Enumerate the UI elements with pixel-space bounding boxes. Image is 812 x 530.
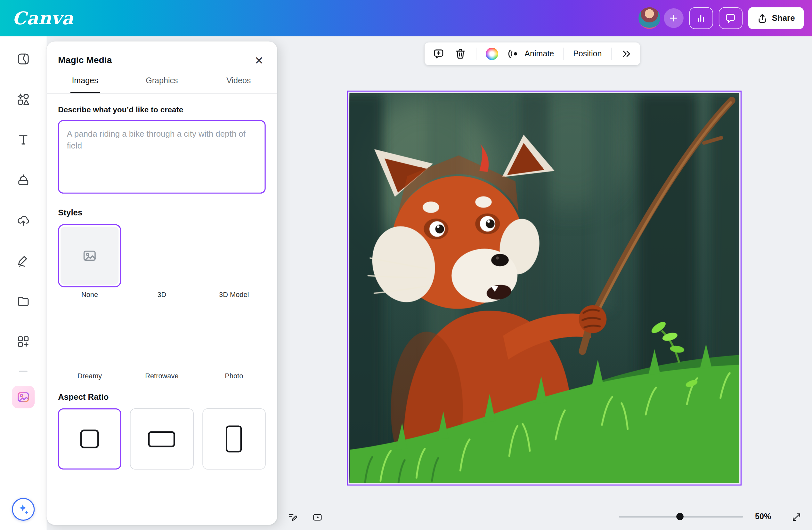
close-icon: ✕ xyxy=(255,55,263,66)
style-thumb-frame xyxy=(130,224,193,287)
tab-graphics[interactable]: Graphics xyxy=(123,75,200,93)
elements-icon xyxy=(17,92,30,106)
style-option-none[interactable]: None xyxy=(58,224,121,299)
color-wheel-icon xyxy=(486,48,498,60)
sidebar-item-elements[interactable] xyxy=(11,87,36,112)
red-panda-illustration xyxy=(350,93,739,483)
sidebar-rail xyxy=(0,36,47,530)
style-thumb-frame xyxy=(202,224,266,287)
close-panel-button[interactable]: ✕ xyxy=(252,54,265,67)
text-icon xyxy=(17,133,30,147)
apps-icon xyxy=(17,335,30,348)
sidebar-item-apps[interactable] xyxy=(11,329,36,354)
toolbar-divider xyxy=(563,48,564,60)
present-icon xyxy=(312,510,322,524)
style-option-3d[interactable]: 3D xyxy=(130,224,193,299)
style-thumb-frame xyxy=(202,305,266,368)
aspect-option-landscape[interactable] xyxy=(130,408,193,470)
style-option-photo[interactable]: Photo xyxy=(202,305,266,380)
delete-icon xyxy=(454,48,466,60)
panel-title: Magic Media xyxy=(58,55,112,65)
projects-icon xyxy=(17,294,30,308)
speech-bubble-icon xyxy=(725,12,737,24)
fullscreen-button[interactable] xyxy=(788,509,805,526)
rail-divider xyxy=(19,371,28,372)
notes-button[interactable] xyxy=(284,509,301,526)
sidebar-item-magic-media[interactable] xyxy=(12,385,34,408)
top-bar: Canva + Share xyxy=(0,0,812,36)
share-label: Share xyxy=(772,13,795,23)
canva-assistant-button[interactable] xyxy=(12,498,34,521)
styles-grid: None 3D 3D Model xyxy=(58,224,266,380)
add-comment-button[interactable] xyxy=(429,44,448,63)
tab-videos[interactable]: Videos xyxy=(200,75,277,93)
plus-icon: + xyxy=(669,9,678,27)
panel-header: Magic Media ✕ xyxy=(47,41,277,75)
prompt-input[interactable] xyxy=(58,120,266,194)
zoom-slider-knob[interactable] xyxy=(676,513,684,520)
selected-image-frame[interactable] xyxy=(347,91,742,486)
bar-chart-icon xyxy=(695,12,707,24)
aspect-option-portrait[interactable] xyxy=(202,408,266,470)
uploads-icon xyxy=(17,214,30,227)
style-option-retrowave[interactable]: Retrowave xyxy=(130,305,193,380)
styles-label: Styles xyxy=(58,208,266,217)
present-button[interactable] xyxy=(309,509,326,526)
style-thumb-frame xyxy=(58,305,121,368)
sparkle-icon xyxy=(17,502,30,516)
media-type-tabs: Images Graphics Videos xyxy=(47,75,277,94)
none-style-thumb xyxy=(60,226,119,284)
toolbar-divider xyxy=(476,48,476,60)
design-icon xyxy=(17,52,30,65)
more-chevrons-icon xyxy=(621,48,633,60)
sidebar-item-draw[interactable] xyxy=(11,248,36,273)
generated-image-red-panda xyxy=(350,93,739,483)
comments-button[interactable] xyxy=(719,8,742,29)
brand-icon xyxy=(17,174,30,187)
canva-logo[interactable]: Canva xyxy=(13,8,74,29)
style-thumb-frame xyxy=(58,224,121,287)
position-label: Position xyxy=(573,49,601,59)
style-thumb-frame xyxy=(130,305,193,368)
animate-motion-icon xyxy=(508,48,520,60)
sidebar-item-brand[interactable] xyxy=(11,168,36,193)
insights-button[interactable] xyxy=(689,8,713,29)
zoom-level: 50% xyxy=(755,512,771,521)
more-options-button[interactable] xyxy=(617,44,636,63)
sidebar-item-uploads[interactable] xyxy=(11,208,36,233)
magic-media-icon xyxy=(17,390,30,403)
aspect-ratio-label: Aspect Ratio xyxy=(58,392,266,402)
top-bar-actions: + Share xyxy=(638,8,804,29)
add-comment-icon xyxy=(432,48,445,60)
prompt-label: Describe what you’d like to create xyxy=(58,105,266,114)
style-option-3d-model[interactable]: 3D Model xyxy=(202,224,266,299)
canva-editor: Canva + Share xyxy=(0,0,812,530)
sidebar-item-text[interactable] xyxy=(11,127,36,152)
fullscreen-icon xyxy=(791,511,801,524)
square-ratio-icon xyxy=(81,429,99,448)
portrait-ratio-icon xyxy=(226,425,242,452)
notes-icon xyxy=(288,511,298,524)
animate-label: Animate xyxy=(524,49,554,59)
color-button[interactable] xyxy=(482,44,502,63)
aspect-ratio-grid xyxy=(58,408,266,470)
tab-images[interactable]: Images xyxy=(47,75,124,93)
aspect-option-square[interactable] xyxy=(58,408,121,470)
sidebar-item-projects[interactable] xyxy=(11,289,36,314)
toolbar-divider xyxy=(611,48,612,60)
magic-media-panel: Magic Media ✕ Images Graphics Videos Des… xyxy=(47,41,277,525)
avatar[interactable] xyxy=(638,8,660,29)
add-member-button[interactable]: + xyxy=(664,8,683,28)
export-up-arrow-icon xyxy=(757,13,767,23)
position-button[interactable]: Position xyxy=(570,44,606,63)
landscape-ratio-icon xyxy=(148,431,175,447)
sidebar-item-design[interactable] xyxy=(11,47,36,72)
animate-button[interactable]: Animate xyxy=(504,44,558,63)
share-button[interactable]: Share xyxy=(748,8,804,29)
image-placeholder-icon xyxy=(82,248,98,264)
delete-button[interactable] xyxy=(450,44,470,63)
draw-icon xyxy=(17,254,30,268)
panel-body: Describe what you’d like to create Style… xyxy=(47,94,277,525)
style-option-dreamy[interactable]: Dreamy xyxy=(58,305,121,380)
context-toolbar: Animate Position xyxy=(424,43,640,65)
